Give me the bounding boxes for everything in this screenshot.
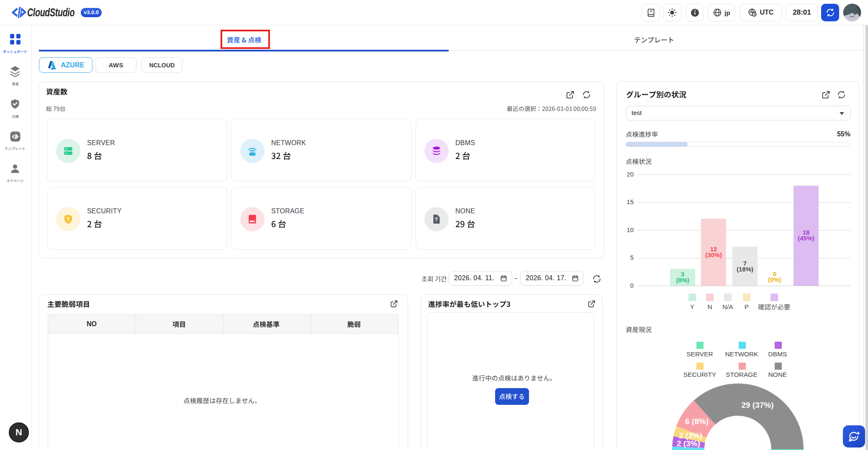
svg-text:?: ? <box>435 217 438 222</box>
